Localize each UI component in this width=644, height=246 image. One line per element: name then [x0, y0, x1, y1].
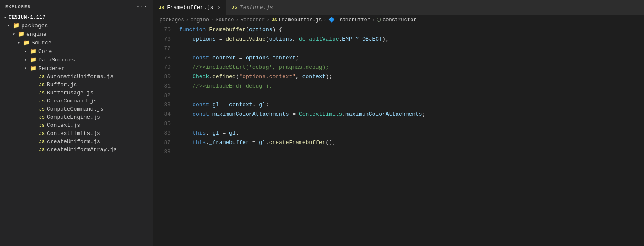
ln-88: 88: [157, 147, 171, 157]
tree-item-createuniform[interactable]: JS createUniform.js: [0, 138, 153, 146]
breadcrumb-engine[interactable]: engine: [191, 17, 209, 23]
tree-item-createuniformarray[interactable]: JS createUniformArray.js: [0, 146, 153, 154]
core-folder-icon: 📁: [29, 48, 38, 55]
breadcrumb-source[interactable]: Source: [215, 17, 234, 23]
renderer-label: Renderer: [38, 65, 65, 72]
root-label: CESIUM-1.117: [9, 15, 45, 20]
cc-js-icon: JS: [38, 99, 46, 104]
ctxl-js-icon: JS: [38, 131, 46, 136]
tree-item-core[interactable]: 📁 Core: [0, 47, 153, 56]
line-numbers: 75 76 77 78 79 80 81 82 83 84 85 86 87 8…: [154, 25, 177, 246]
tree-item-clearcommand[interactable]: JS ClearCommand.js: [0, 97, 153, 105]
buf-label: Buffer.js: [46, 82, 77, 88]
ln-83: 83: [157, 100, 171, 110]
datasources-folder-icon: 📁: [29, 56, 38, 63]
ln-79: 79: [157, 63, 171, 72]
breadcrumb-filename[interactable]: Framebuffer.js: [279, 17, 322, 23]
ln-82: 82: [157, 91, 171, 100]
ln-75: 75: [157, 25, 171, 35]
buf-js-icon: JS: [38, 82, 46, 88]
code-area[interactable]: 75 76 77 78 79 80 81 82 83 84 85 86 87 8…: [154, 25, 644, 246]
tree-item-source[interactable]: 📁 Source: [0, 38, 153, 47]
tree-item-engine[interactable]: 📁 engine: [0, 30, 153, 38]
editor-area: JS Framebuffer.js ✕ JS Texture.js packag…: [154, 0, 644, 246]
source-folder-icon: 📁: [22, 39, 31, 46]
tab-framebuffer-close[interactable]: ✕: [218, 4, 220, 11]
breadcrumb-class[interactable]: Framebuffer: [337, 17, 370, 23]
au-label: AutomaticUniforms.js: [46, 73, 113, 80]
ctx-js-icon: JS: [38, 123, 46, 128]
tab-texture-js-badge: JS: [232, 5, 237, 10]
cu-label: createUniform.js: [46, 138, 100, 145]
core-label: Core: [38, 48, 52, 55]
cu-js-icon: JS: [38, 139, 46, 144]
tree-item-packages[interactable]: 📁 packages: [0, 21, 153, 30]
breadcrumb: packages › engine › Source › Renderer › …: [154, 15, 644, 25]
breadcrumb-sep4: ›: [267, 17, 270, 23]
tree-item-datasources[interactable]: 📁 DataSources: [0, 56, 153, 64]
tree-item-buffer[interactable]: JS Buffer.js: [0, 81, 153, 89]
renderer-arrow: [22, 66, 29, 71]
ln-81: 81: [157, 82, 171, 91]
tree-item-computecommand[interactable]: JS ComputeCommand.js: [0, 105, 153, 113]
root-item[interactable]: CESIUM-1.117: [0, 14, 153, 21]
tree-item-bufferusage[interactable]: JS BufferUsage.js: [0, 89, 153, 97]
cua-js-icon: JS: [38, 147, 46, 152]
ln-78: 78: [157, 53, 171, 63]
root-arrow: [2, 15, 9, 20]
breadcrumb-constructor[interactable]: constructor: [383, 17, 416, 23]
breadcrumb-sep3: ›: [235, 17, 238, 23]
breadcrumb-packages[interactable]: packages: [160, 17, 184, 23]
ln-86: 86: [157, 129, 171, 138]
ctx-label: Context.js: [46, 122, 80, 129]
breadcrumb-class-icon: 🔷: [328, 17, 335, 23]
tree-item-automaticuniforms[interactable]: JS AutomaticUniforms.js: [0, 73, 153, 81]
cco-label: ComputeCommand.js: [46, 106, 104, 112]
tree-item-computeengine[interactable]: JS ComputeEngine.js: [0, 113, 153, 121]
ln-76: 76: [157, 35, 171, 44]
packages-arrow: [5, 23, 12, 28]
breadcrumb-sep5: ›: [324, 17, 327, 23]
tab-framebuffer[interactable]: JS Framebuffer.js ✕: [154, 0, 226, 15]
renderer-folder-icon: 📁: [29, 65, 38, 72]
tree-item-contextlimits[interactable]: JS ContextLimits.js: [0, 129, 153, 138]
ln-85: 85: [157, 119, 171, 129]
packages-label: packages: [20, 23, 48, 29]
ln-84: 84: [157, 110, 171, 119]
explorer-title: Explorer: [5, 4, 31, 9]
datasources-arrow: [22, 57, 29, 62]
engine-folder-icon: 📁: [17, 31, 26, 38]
tree-item-context[interactable]: JS Context.js: [0, 121, 153, 129]
core-arrow: [22, 49, 29, 54]
bufu-label: BufferUsage.js: [46, 90, 93, 96]
breadcrumb-renderer[interactable]: Renderer: [241, 17, 265, 23]
breadcrumb-sep2: ›: [211, 17, 214, 23]
engine-label: engine: [26, 31, 46, 38]
tab-framebuffer-label: Framebuffer.js: [167, 4, 213, 11]
packages-folder-icon: 📁: [12, 22, 20, 29]
code-content[interactable]: function Framebuffer(options) { options …: [177, 25, 644, 246]
tab-framebuffer-js-badge: JS: [159, 5, 164, 10]
ctxl-label: ContextLimits.js: [46, 130, 100, 137]
source-arrow: [15, 40, 22, 45]
cco-js-icon: JS: [38, 107, 46, 112]
ln-80: 80: [157, 72, 171, 82]
ce-js-icon: JS: [38, 115, 46, 120]
ln-87: 87: [157, 138, 171, 147]
sidebar-header-actions: ···: [136, 3, 148, 10]
bufu-js-icon: JS: [38, 91, 46, 96]
tab-texture[interactable]: JS Texture.js: [226, 0, 278, 15]
sidebar-header: Explorer ···: [0, 0, 153, 14]
breadcrumb-sep6: ›: [372, 17, 375, 23]
tab-bar: JS Framebuffer.js ✕ JS Texture.js: [154, 0, 644, 15]
ce-label: ComputeEngine.js: [46, 114, 100, 120]
cua-label: createUniformArray.js: [46, 146, 117, 153]
source-label: Source: [31, 40, 52, 46]
engine-arrow: [10, 32, 17, 37]
more-actions-icon[interactable]: ···: [136, 3, 148, 10]
tab-texture-label: Texture.js: [240, 4, 273, 11]
breadcrumb-constructor-icon: ⬡: [377, 17, 381, 23]
tree-item-renderer[interactable]: 📁 Renderer: [0, 64, 153, 73]
breadcrumb-sep1: ›: [186, 17, 189, 23]
file-tree: CESIUM-1.117 📁 packages 📁 engine 📁 Sourc…: [0, 14, 153, 246]
